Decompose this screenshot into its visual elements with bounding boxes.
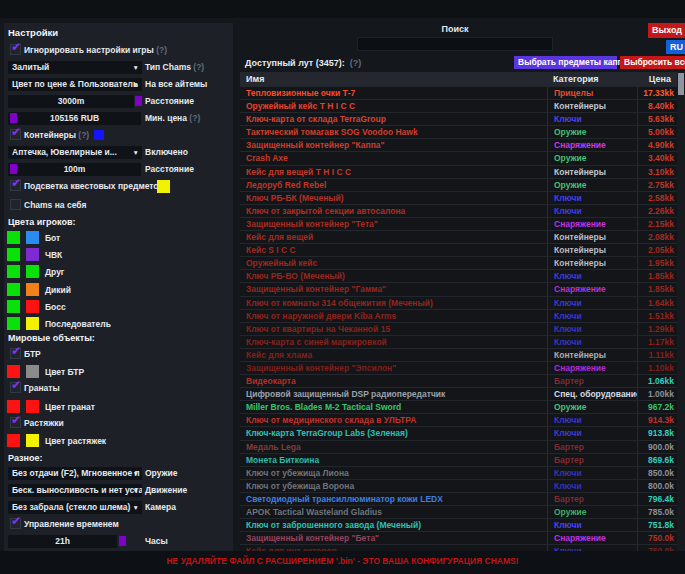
table-row[interactable]: Тепловизионные очки Т-7Прицелы17.33kk [240, 86, 677, 99]
player-visible-color-swatch[interactable] [7, 283, 20, 296]
table-row[interactable]: Защищенный контейнер "Гамма"Снаряжение1.… [240, 282, 677, 295]
table-row[interactable]: Ключ-карта TerraGroup Labs (Зеленая)Ключ… [240, 426, 677, 439]
exit-button[interactable]: Выход [648, 23, 685, 38]
time-color-swatch[interactable] [119, 536, 126, 546]
table-row[interactable]: Ключ от наружной двери Kiba ArmsКлючи1.5… [240, 309, 677, 322]
min-price-input[interactable]: 105156 RUB [8, 112, 141, 125]
table-row[interactable]: Ледоруб Red RebelОружие2.75kk [240, 178, 677, 191]
player-color-row: Босс [4, 300, 233, 314]
player-hidden-color-swatch[interactable] [26, 300, 39, 313]
item-name: Тактический томагавк SOG Voodoo Hawk [240, 126, 547, 139]
item-price: 967.2k [637, 401, 677, 414]
table-row[interactable]: Ключ от комнаты 314 общежития (Меченый)К… [240, 296, 677, 309]
containers-type-dropdown[interactable]: Аптечка, Ювелирные и...▼ [8, 146, 142, 159]
help-icon[interactable]: (?) [189, 113, 200, 123]
search-input[interactable] [357, 37, 553, 51]
containers-distance-input[interactable]: 100m [8, 163, 141, 176]
world-color-swatch-2[interactable] [26, 434, 39, 447]
table-row[interactable]: Ключ от медицинского склада в УЛЬТРАКлюч… [240, 413, 677, 426]
self-chams-checkbox[interactable] [10, 199, 21, 210]
player-visible-color-swatch[interactable] [7, 248, 20, 261]
quest-items-checkbox[interactable]: ✔ [10, 180, 21, 191]
distance-input[interactable]: 3000m [8, 95, 134, 108]
help-icon[interactable]: (?) [156, 45, 167, 55]
world-color-swatch-2[interactable] [26, 400, 39, 413]
table-row[interactable]: Кейс для инъекторовКлючи750.0k [240, 544, 677, 551]
table-row[interactable]: Тактический томагавк SOG Voodoo HawkОруж… [240, 125, 677, 138]
table-row[interactable]: Защищенный контейнер "Бета"Снаряжение750… [240, 531, 677, 544]
help-icon[interactable]: (?) [193, 62, 204, 72]
table-row[interactable]: Защищенный контейнер "Эпсилон"Снаряжение… [240, 361, 677, 374]
table-row[interactable]: Оружейный кейс T H I C CКонтейнеры8.40kk [240, 99, 677, 112]
quest-items-color-swatch[interactable] [157, 180, 170, 193]
min-price-color-swatch[interactable] [10, 113, 17, 123]
column-header-price[interactable]: Цена [637, 72, 677, 86]
help-icon[interactable]: (?) [350, 58, 362, 68]
world-color-swatch-2[interactable] [26, 365, 39, 378]
table-row[interactable]: Медаль LegaБартер900.0k [240, 440, 677, 453]
table-row[interactable]: Ключ от убежища ЛионаКлючи850.0k [240, 466, 677, 479]
table-row[interactable]: Кейс S I C CКонтейнеры2.05kk [240, 243, 677, 256]
loot-scrollbar-thumb[interactable] [678, 73, 684, 95]
ignore-game-settings-checkbox[interactable]: ✔ [10, 44, 21, 55]
drop-all-button[interactable]: Выбросить все [620, 56, 685, 69]
table-row[interactable]: Светодиодный трансиллюминатор кожи LEDXБ… [240, 492, 677, 505]
table-row[interactable]: Кейс для хламаКонтейнеры1.11kk [240, 348, 677, 361]
player-visible-color-swatch[interactable] [7, 231, 20, 244]
table-row[interactable]: Miller Bros. Blades M-2 Tactical SwordОр… [240, 400, 677, 413]
world-color-swatch-1[interactable] [7, 400, 20, 413]
player-hidden-color-swatch[interactable] [26, 231, 39, 244]
table-row[interactable]: Ключ от заброшенного завода (Меченый)Клю… [240, 518, 677, 531]
time-input[interactable]: 21h [8, 535, 117, 548]
loot-scrollbar[interactable] [677, 72, 685, 551]
player-hidden-color-swatch[interactable] [26, 317, 39, 330]
containers-color-swatch[interactable] [94, 130, 104, 140]
player-hidden-color-swatch[interactable] [26, 248, 39, 261]
table-row[interactable]: APOK Tactical Wasteland GladiusОружие785… [240, 505, 677, 518]
item-category: Контейнеры [547, 231, 637, 244]
player-hidden-color-swatch[interactable] [26, 283, 39, 296]
table-row[interactable]: Ключ от убежища ВоронаКлючи800.0k [240, 479, 677, 492]
time-control-checkbox[interactable]: ✔ [10, 518, 21, 529]
world-color-swatch-1[interactable] [7, 434, 20, 447]
table-row[interactable]: Защищенный контейнер "Тета"Снаряжение2.1… [240, 217, 677, 230]
column-header-category[interactable]: Категория [547, 72, 637, 86]
table-row[interactable]: Цифровой защищенный DSP радиопередатчикС… [240, 387, 677, 400]
item-category: Спец. оборудование [547, 388, 637, 401]
world-object-checkbox[interactable]: ✔ [10, 382, 21, 393]
table-row[interactable]: Монета БиткоинаБартер869.6k [240, 453, 677, 466]
table-row[interactable]: Защищенный контейнер "Каппа"Снаряжение4.… [240, 138, 677, 151]
table-row[interactable]: Ключ-карта с синей маркировкойКлючи1.17k… [240, 335, 677, 348]
distance-label: Расстояние [145, 95, 194, 108]
chevron-down-icon: ▼ [133, 146, 139, 159]
table-row[interactable]: Оружейный кейсКонтейнеры1.95kk [240, 256, 677, 269]
distance-color-swatch[interactable] [135, 96, 142, 106]
select-kappa-items-button[interactable]: Выбрать предметы каппа [514, 56, 617, 69]
containers-checkbox[interactable]: ✔ [10, 129, 21, 140]
table-row[interactable]: Ключ РБ-ВО (Меченый)Ключи1.85kk [240, 269, 677, 282]
table-row[interactable]: Кейс для вещей T H I C CКонтейнеры3.10kk [240, 165, 677, 178]
language-button[interactable]: RU [666, 40, 685, 54]
weapon-dropdown[interactable]: Без отдачи (F2), Мгновенное п▼ [8, 467, 142, 480]
price-color-dropdown[interactable]: Цвет по цене & Пользователь▼ [8, 78, 142, 91]
world-color-swatch-1[interactable] [7, 365, 20, 378]
table-row[interactable]: Crash AxeОружие3.40kk [240, 151, 677, 164]
help-icon[interactable]: (?) [78, 130, 89, 140]
chams-type-dropdown[interactable]: Залитый▼ [8, 61, 142, 74]
table-row[interactable]: Ключ от квартиры на Чеканной 15Ключи1.29… [240, 322, 677, 335]
table-row[interactable]: Ключ РБ-БК (Меченый)Ключи2.58kk [240, 191, 677, 204]
world-object-checkbox[interactable]: ✔ [10, 348, 21, 359]
player-hidden-color-swatch[interactable] [26, 265, 39, 278]
table-row[interactable]: Ключ-карта от склада TerraGroupКлючи5.63… [240, 112, 677, 125]
player-visible-color-swatch[interactable] [7, 317, 20, 330]
containers-distance-color-swatch[interactable] [10, 164, 17, 174]
movement-dropdown[interactable]: Беск. выносливость и нет уста▼ [8, 484, 142, 497]
world-object-checkbox[interactable]: ✔ [10, 417, 21, 428]
player-visible-color-swatch[interactable] [7, 300, 20, 313]
table-row[interactable]: Ключ от закрытой секции автосалонаКлючи2… [240, 204, 677, 217]
table-row[interactable]: Кейс для вещейКонтейнеры2.08kk [240, 230, 677, 243]
player-visible-color-swatch[interactable] [7, 265, 20, 278]
table-row[interactable]: ВидеокартаБартер1.06kk [240, 374, 677, 387]
column-header-name[interactable]: Имя [240, 72, 547, 86]
camera-dropdown[interactable]: Без забрала (стекло шлема)▼ [8, 501, 142, 514]
